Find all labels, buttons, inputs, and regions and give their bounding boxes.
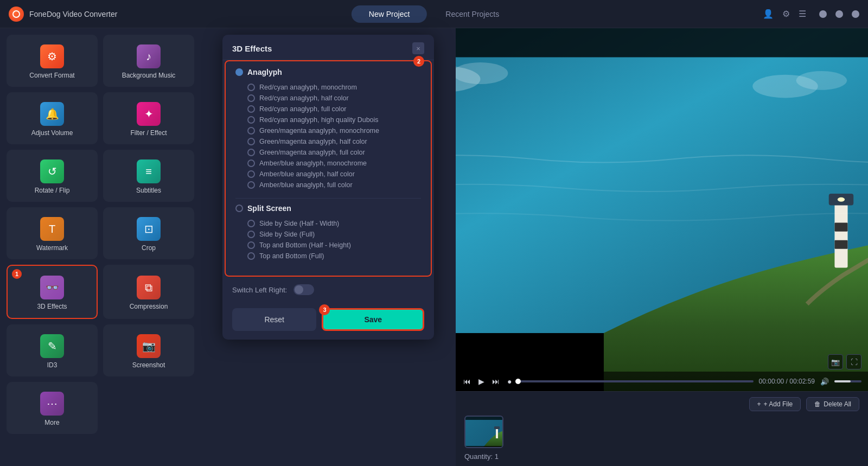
sidebar: ⚙ Convert Format ♪ Background Music 🔔 Ad… <box>0 28 201 466</box>
app-title: FoneDog Video Converter <box>29 10 117 18</box>
sidebar-item-crop[interactable]: ⊡ Crop <box>103 207 194 259</box>
save-badge: 3 <box>319 304 330 315</box>
sidebar-item-watermark[interactable]: T Watermark <box>7 207 98 259</box>
subtitles-icon: ≡ <box>137 159 161 183</box>
split-option-1[interactable]: Side by Side (Half - Width) <box>247 218 421 229</box>
sidebar-item-subtitles[interactable]: ≡ Subtitles <box>103 150 194 202</box>
option-radio-5[interactable] <box>247 127 255 135</box>
modal-close-button[interactable]: × <box>412 42 424 54</box>
menu-icon[interactable]: ☰ <box>799 9 806 19</box>
anaglyph-option-3[interactable]: Red/cyan anaglyph, full color <box>247 104 421 114</box>
switch-label: Switch Left Right: <box>232 286 287 294</box>
svg-rect-17 <box>465 446 503 448</box>
anaglyph-option-9[interactable]: Amber/blue anaglyph, half color <box>247 169 421 180</box>
camera-preview-button[interactable]: 📷 <box>828 354 843 369</box>
play-button[interactable]: ▶ <box>477 376 486 387</box>
svg-rect-2 <box>456 28 868 58</box>
delete-all-button[interactable]: 🗑 Delete All <box>806 397 859 411</box>
file-thumbnail-1[interactable] <box>464 416 503 448</box>
app-logo <box>9 7 24 22</box>
preview-icons: 📷 ⛶ <box>828 354 861 369</box>
sidebar-item-convert-format[interactable]: ⚙ Convert Format <box>7 35 98 87</box>
screenshot-icon: 📷 <box>137 334 161 358</box>
anaglyph-radio[interactable] <box>235 68 243 76</box>
split-radio-3[interactable] <box>247 241 255 249</box>
split-radio-2[interactable] <box>247 231 255 238</box>
split-screen-title: Split Screen <box>247 204 291 213</box>
background-music-icon: ♪ <box>137 44 161 68</box>
anaglyph-option-2[interactable]: Red/cyan anaglyph, half color <box>247 93 421 104</box>
option-radio-3[interactable] <box>247 105 255 113</box>
sidebar-item-id3[interactable]: ✎ ID3 <box>7 324 98 376</box>
split-screen-radio[interactable] <box>235 205 243 212</box>
progress-thumb <box>515 379 521 384</box>
recent-projects-tab[interactable]: Recent Projects <box>428 5 516 23</box>
skip-back-button[interactable]: ⏮ <box>462 376 472 387</box>
sidebar-item-compression[interactable]: ⧉ Compression <box>103 265 194 319</box>
thumb-scene-1 <box>465 417 503 448</box>
progress-bar[interactable] <box>518 380 753 382</box>
anaglyph-option-7[interactable]: Green/magenta anaglyph, full color <box>247 147 421 158</box>
sidebar-item-3d-effects[interactable]: 1 👓 3D Effects <box>7 265 98 319</box>
volume-icon[interactable]: 🔊 <box>820 378 829 386</box>
filter-effect-label: Filter / Effect <box>130 129 167 137</box>
anaglyph-option-1[interactable]: Red/cyan anaglyph, monochrom <box>247 82 421 93</box>
option-radio-7[interactable] <box>247 149 255 156</box>
split-radio-4[interactable] <box>247 252 255 260</box>
fullscreen-button[interactable]: ⛶ <box>846 354 861 369</box>
skip-forward-button[interactable]: ⏭ <box>491 376 501 387</box>
crop-label: Crop <box>142 244 156 252</box>
file-info: Quantity: 1 <box>464 452 859 461</box>
sidebar-item-filter-effect[interactable]: ✦ Filter / Effect <box>103 92 194 144</box>
user-icon[interactable]: 👤 <box>763 9 774 19</box>
sidebar-item-screenshot[interactable]: 📷 Screenshot <box>103 324 194 376</box>
video-scene <box>456 28 868 391</box>
dot-button[interactable]: ● <box>506 376 513 387</box>
split-screen-options: Side by Side (Half - Width) Side by Side… <box>235 218 421 261</box>
option-radio-10[interactable] <box>247 181 255 189</box>
titlebar-tabs: New Project Recent Projects <box>352 5 516 23</box>
anaglyph-option-5[interactable]: Green/magenta anaglyph, monochrome <box>247 125 421 136</box>
3d-effects-label: 3D Effects <box>37 303 67 310</box>
background-music-label: Background Music <box>122 72 176 79</box>
modal-title: 3D Effects <box>232 44 272 53</box>
watermark-icon: T <box>40 217 64 241</box>
option-radio-2[interactable] <box>247 94 255 102</box>
sidebar-item-adjust-volume[interactable]: 🔔 Adjust Volume <box>7 92 98 144</box>
reset-button[interactable]: Reset <box>232 308 316 331</box>
split-option-4[interactable]: Top and Bottom (Full) <box>247 251 421 261</box>
settings-icon[interactable]: ⚙ <box>782 9 790 19</box>
split-option-3[interactable]: Top and Bottom (Half - Height) <box>247 240 421 251</box>
save-button[interactable]: 3 Save <box>322 308 424 331</box>
file-browser-header: + + Add File 🗑 Delete All <box>464 397 859 411</box>
option-radio-4[interactable] <box>247 116 255 124</box>
anaglyph-option-10[interactable]: Amber/blue anaglyph, full color <box>247 180 421 190</box>
sidebar-item-more[interactable]: ⋯ More <box>7 382 98 434</box>
3d-effects-modal: 3D Effects × 2 Anaglyph Red/cyan anaglyp… <box>222 35 434 340</box>
anaglyph-option-6[interactable]: Green/magenta anaglyph, half color <box>247 136 421 147</box>
option-radio-8[interactable] <box>247 159 255 167</box>
anaglyph-option-8[interactable]: Amber/blue anaglyph, monochrome <box>247 158 421 169</box>
anaglyph-option-4[interactable]: Red/cyan anaglyph, high quality Dubois <box>247 114 421 125</box>
option-radio-1[interactable] <box>247 84 255 91</box>
maximize-button[interactable]: □ <box>835 10 843 18</box>
split-option-2[interactable]: Side by Side (Full) <box>247 229 421 240</box>
svg-rect-5 <box>834 223 847 232</box>
switch-left-right-toggle[interactable] <box>293 284 314 295</box>
new-project-tab[interactable]: New Project <box>352 5 427 23</box>
volume-bar[interactable] <box>834 380 861 382</box>
add-file-button[interactable]: + + Add File <box>749 397 801 411</box>
option-radio-6[interactable] <box>247 138 255 145</box>
section-divider <box>235 198 421 199</box>
sidebar-item-rotate-flip[interactable]: ↺ Rotate / Flip <box>7 150 98 202</box>
sidebar-item-background-music[interactable]: ♪ Background Music <box>103 35 194 87</box>
close-button[interactable]: ✕ <box>852 10 859 18</box>
minimize-button[interactable]: — <box>819 10 827 18</box>
id3-label: ID3 <box>47 361 58 369</box>
option-radio-9[interactable] <box>247 170 255 178</box>
svg-rect-15 <box>494 426 500 429</box>
main-layout: ⚙ Convert Format ♪ Background Music 🔔 Ad… <box>0 28 868 466</box>
time-display: 00:00:00 / 00:02:59 <box>759 378 815 385</box>
split-radio-1[interactable] <box>247 220 255 227</box>
app-logo-inner <box>12 10 20 18</box>
